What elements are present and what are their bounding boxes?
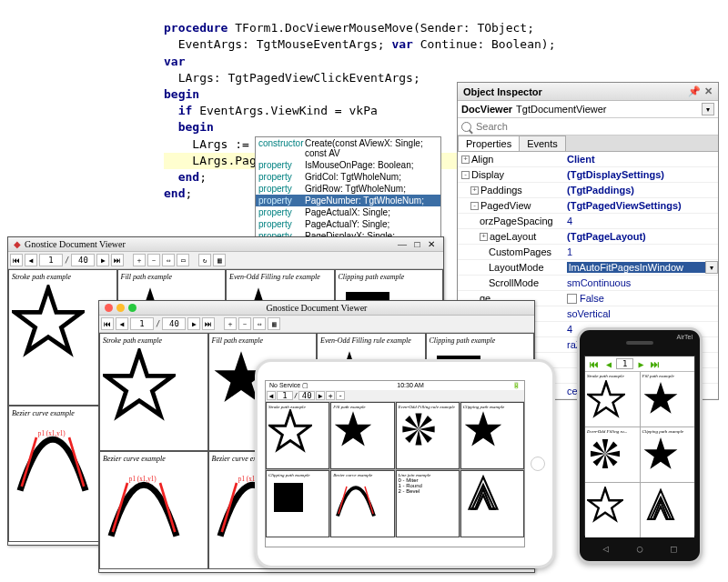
doc-cell: Even-Odd Filling rule example <box>396 402 460 469</box>
first-page-button[interactable]: ⏮ <box>101 317 114 330</box>
property-row[interactable]: LayoutModelmAutoFitPagesInWindow▾ <box>458 260 718 276</box>
doc-cell <box>460 470 524 537</box>
property-row[interactable]: CustomPages1 <box>458 245 718 260</box>
toolbar: ⏮ ◀ 1 / 40 ▶ ⏭ ＋ － ⇔ ▭ ↻ ▦ <box>8 252 443 269</box>
autocomplete-item[interactable]: propertyGridRow: TgtWholeNum; <box>256 183 440 195</box>
total-pages: 40 <box>162 317 186 330</box>
zoom-in-button[interactable]: ＋ <box>224 317 237 330</box>
property-row[interactable]: -PagedView(TgtPagedViewSettings) <box>458 198 718 214</box>
max-traffic-icon[interactable] <box>128 304 136 312</box>
search-input[interactable] <box>474 120 714 133</box>
min-traffic-icon[interactable] <box>116 304 125 312</box>
svg-text:p1 (x1,y1): p1 (x1,y1) <box>129 476 157 483</box>
phone-device: AirTel ⏮ ◀ 1 ▶ ⏭ Stroke path exampleFill… <box>577 327 703 564</box>
zoom-in-button[interactable]: ＋ <box>133 254 146 266</box>
zoom-out-button[interactable]: － <box>238 317 251 330</box>
doc-cell: Clipping path example <box>460 402 524 469</box>
speaker <box>626 341 653 345</box>
autocomplete-item[interactable]: propertyIsMouseOnPage: Boolean; <box>256 159 440 171</box>
carrier-label: AirTel <box>676 334 693 340</box>
property-row[interactable]: orzPageSpacing4 <box>458 214 718 229</box>
pin-icon[interactable]: 📌 <box>688 85 701 97</box>
dropdown-icon[interactable]: ▾ <box>702 103 714 115</box>
component-selector[interactable]: DocViewer TgtDocumentViewer ▾ <box>458 101 718 118</box>
fit-page-button[interactable]: ▭ <box>177 254 189 266</box>
first-page-button[interactable]: ⏮ <box>587 359 602 369</box>
window-title-bar[interactable]: Gnostice Document Viewer <box>99 301 534 316</box>
doc-cell: Bezier curve example <box>330 470 394 537</box>
property-row[interactable]: +AlignClient <box>458 152 718 167</box>
prev-page-button[interactable]: ◀ <box>603 359 614 369</box>
recent-icon[interactable]: □ <box>671 543 677 555</box>
battery-icon: 🔋 <box>512 382 521 389</box>
doc-cell: Fill path example <box>330 402 394 469</box>
doc-cell: Line join example0 - Miter1 - Round2 - B… <box>396 470 460 537</box>
layout-button[interactable]: ▦ <box>268 317 280 330</box>
fit-width-button[interactable]: ⇔ <box>162 254 175 266</box>
window-title: Gnostice Document Viewer <box>267 303 368 313</box>
next-button[interactable]: ▶ <box>316 391 325 400</box>
next-page-button[interactable]: ▶ <box>96 254 109 266</box>
code-text: EventArgs: TgtMouseEventArgs; <box>164 37 391 51</box>
last-page-button[interactable]: ⏭ <box>648 359 662 369</box>
property-row[interactable]: +ageLayout(TgtPageLayout) <box>458 229 718 245</box>
doc-grid: Stroke path exampleFill path exampleEven… <box>585 372 694 537</box>
prev-page-button[interactable]: ◀ <box>25 254 37 266</box>
next-page-button[interactable]: ▶ <box>635 359 646 369</box>
fit-button[interactable]: ⇔ <box>253 317 266 330</box>
keyword: var <box>164 55 185 68</box>
page-input[interactable]: 1 <box>130 317 154 330</box>
last-page-button[interactable]: ⏭ <box>111 254 124 266</box>
zoom-out-button[interactable]: - <box>336 391 345 400</box>
doc-grid: Stroke path exampleFill path exampleEven… <box>266 402 524 537</box>
next-page-button[interactable]: ▶ <box>187 317 200 330</box>
autocomplete-item[interactable]: constructorCreate(const AViewX: Single; … <box>256 137 440 159</box>
inspector-title-bar[interactable]: Object Inspector 📌 ✕ <box>458 83 718 101</box>
keyword: var <box>391 37 412 51</box>
tab-events[interactable]: Events <box>519 135 566 151</box>
tab-properties[interactable]: Properties <box>458 135 520 151</box>
doc-cell <box>641 483 695 537</box>
autocomplete-item[interactable]: propertyPageNumber: TgtWholeNum; <box>256 195 440 206</box>
toolbar: ⏮ ◀ 1 / 40 ▶ ⏭ ＋ － ⇔ ▦ <box>99 316 534 333</box>
zoom-in-button[interactable]: + <box>326 391 335 400</box>
page-input[interactable]: 1 <box>616 358 633 369</box>
keyword: begin <box>164 87 199 101</box>
code-text <box>164 170 178 184</box>
page-input[interactable]: 1 <box>39 254 63 266</box>
close-traffic-icon[interactable] <box>105 304 113 312</box>
inspector-tabs: Properties Events <box>458 135 718 152</box>
layout-button[interactable]: ▦ <box>213 254 226 266</box>
window-title-bar[interactable]: ◆Gnostice Document Viewer — □ ✕ <box>8 237 443 252</box>
code-text: ; <box>199 170 207 184</box>
search-icon <box>461 122 471 132</box>
keyword: if <box>178 104 193 117</box>
doc-cell <box>585 483 640 537</box>
prev-page-button[interactable]: ◀ <box>116 317 128 330</box>
zoom-out-button[interactable]: － <box>147 254 160 266</box>
property-row[interactable]: ScrollModesmContinuous <box>458 276 718 291</box>
tablet-screen: No Service ▢ 10:30 AM 🔋 ◀ 1 / 40 ▶ + - S… <box>265 380 525 547</box>
doc-cell: Stroke path example <box>266 402 329 469</box>
autocomplete-item[interactable]: propertyGridCol: TgtWholeNum; <box>256 171 440 183</box>
code-text: TForm1.DocViewerMouseMove(Sender: TObjec… <box>228 21 534 35</box>
autocomplete-item[interactable]: propertyPageActualY: Single; <box>256 218 440 230</box>
window-buttons[interactable]: — □ ✕ <box>398 239 438 249</box>
home-button[interactable] <box>531 457 545 471</box>
app-icon: ◆ <box>14 239 21 249</box>
home-icon[interactable]: ○ <box>637 543 643 555</box>
page-input[interactable]: 1 <box>277 391 293 400</box>
property-row[interactable]: -Display(TgtDisplaySettings) <box>458 167 718 183</box>
last-page-button[interactable]: ⏭ <box>202 317 215 330</box>
prev-button[interactable]: ◀ <box>267 391 276 400</box>
property-row[interactable]: +Paddings(TgtPaddings) <box>458 183 718 198</box>
rotate-button[interactable]: ↻ <box>198 254 211 266</box>
code-text <box>164 120 178 134</box>
back-icon[interactable]: ◁ <box>602 543 609 555</box>
close-icon[interactable]: ✕ <box>704 85 713 97</box>
total-pages: 40 <box>71 254 95 266</box>
keyword: procedure <box>164 21 228 35</box>
autocomplete-item[interactable]: propertyPageActualX: Single; <box>256 206 440 218</box>
svg-rect-14 <box>274 483 303 512</box>
first-page-button[interactable]: ⏮ <box>10 254 23 266</box>
